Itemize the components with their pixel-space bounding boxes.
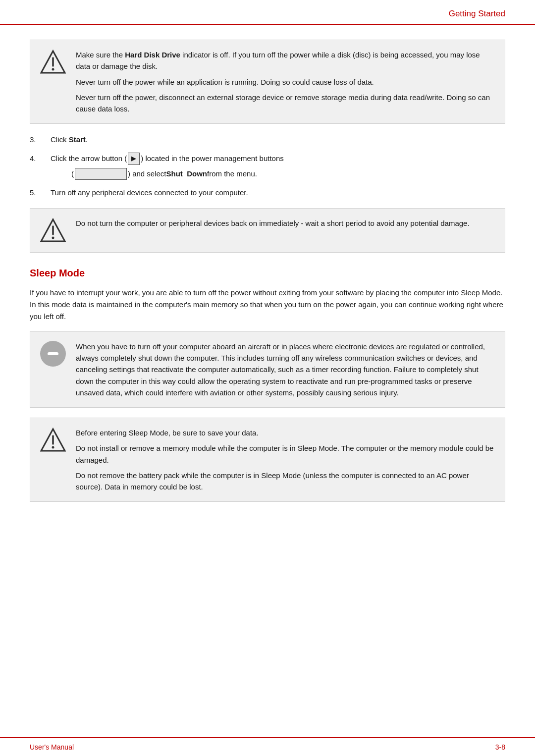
svg-point-8: [52, 446, 54, 449]
info-box-content: When you have to turn off your computer …: [76, 341, 495, 398]
sleep-warning-1: Before entering Sleep Mode, be sure to s…: [76, 427, 495, 438]
warning-box-1: Make sure the Hard Disk Drive indicator …: [30, 40, 505, 124]
warning-box-1-content: Make sure the Hard Disk Drive indicator …: [76, 49, 495, 114]
sleep-warning-2: Do not install or remove a memory module…: [76, 442, 495, 466]
footer-manual-label: User's Manual: [30, 743, 74, 751]
step-3: 3. Click Start.: [30, 134, 505, 145]
step-5: 5. Turn off any peripheral devices conne…: [30, 187, 505, 198]
sleep-mode-heading: Sleep Mode: [30, 268, 505, 279]
arrow-button-placeholder: ▶: [128, 153, 140, 164]
step-4-line1: Click the arrow button (▶) located in th…: [51, 153, 505, 165]
steps-list: 3. Click Start. 4. Click the arrow butto…: [30, 134, 505, 198]
header-title: Getting Started: [449, 9, 505, 19]
step-4: 4. Click the arrow button (▶) located in…: [30, 153, 505, 180]
step-3-content: Click Start.: [51, 134, 505, 145]
power-buttons-placeholder: [75, 168, 127, 180]
warning-icon-1: [40, 49, 66, 75]
step-4-line2: ( ) and select Shut Down from the menu.: [51, 168, 505, 180]
warning-line-2: Never turn off the power while an applic…: [76, 76, 495, 88]
page-header: Getting Started: [0, 0, 535, 25]
warning-line-3: Never turn off the power, disconnect an …: [76, 92, 495, 115]
svg-point-2: [52, 68, 54, 71]
page-container: Getting Started Make sure the Hard Disk …: [0, 0, 535, 756]
warning-box-2-content: Do not turn the computer or peripheral d…: [76, 217, 495, 229]
warning-box-3-content: Before entering Sleep Mode, be sure to s…: [76, 427, 495, 492]
sleep-mode-intro: If you have to interrupt your work, you …: [30, 287, 505, 323]
page-footer: User's Manual 3-8: [0, 737, 535, 756]
info-box: When you have to turn off your computer …: [30, 331, 505, 408]
warning-box-3: Before entering Sleep Mode, be sure to s…: [30, 418, 505, 502]
step-4-number: 4.: [30, 153, 51, 164]
warning-icon-3: [40, 427, 66, 453]
warning-box-2-text: Do not turn the computer or peripheral d…: [76, 217, 495, 229]
info-icon: [40, 341, 66, 367]
step-5-content: Turn off any peripheral devices connecte…: [51, 187, 505, 198]
footer-page-number: 3-8: [495, 743, 505, 751]
sleep-warning-3: Do not remove the battery pack while the…: [76, 470, 495, 493]
step-3-number: 3.: [30, 134, 51, 145]
info-icon-bar: [48, 352, 58, 355]
step-4-content: Click the arrow button (▶) located in th…: [51, 153, 505, 180]
warning-icon-2: [40, 217, 66, 243]
main-content: Make sure the Hard Disk Drive indicator …: [0, 25, 535, 541]
warning-line-1: Make sure the Hard Disk Drive indicator …: [76, 49, 495, 72]
warning-box-2: Do not turn the computer or peripheral d…: [30, 208, 505, 253]
svg-point-5: [52, 236, 54, 239]
step-5-number: 5.: [30, 187, 51, 198]
